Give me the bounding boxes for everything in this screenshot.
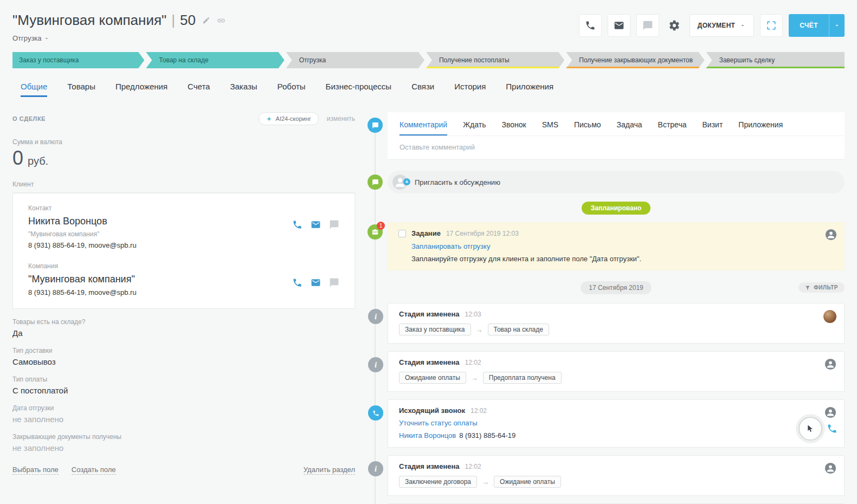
stage-to-chip: Товар на складе <box>488 324 549 335</box>
feed-tab-email[interactable]: Письмо <box>574 120 601 135</box>
amount-label: Сумма и валюта <box>12 138 355 146</box>
date-separator-row: 17 Сентября 2019 ФИЛЬТР <box>388 281 845 295</box>
tab-products[interactable]: Товары <box>67 82 95 97</box>
copy-link-icon[interactable] <box>217 16 225 25</box>
tab-business-processes[interactable]: Бизнес-процессы <box>326 82 392 97</box>
contact-company: "Мувинговая компания" <box>28 230 339 238</box>
feed-panel: Комментарий Ждать Звонок SMS Письмо Зада… <box>388 112 845 504</box>
field-value[interactable]: не заполнено <box>12 443 355 453</box>
feed-tab-visit[interactable]: Визит <box>703 120 723 135</box>
call-result-link[interactable]: Уточнить статус оплаты <box>399 419 833 427</box>
create-field-link[interactable]: Создать поле <box>72 466 116 475</box>
info-timeline-icon: i <box>368 461 383 476</box>
arrow-right-icon: → <box>471 374 478 382</box>
tab-offers[interactable]: Предложения <box>115 82 167 97</box>
company-chat-icon[interactable] <box>329 277 339 288</box>
pipeline-stage-closing-documents[interactable]: Получение закрывающих документов <box>566 52 704 68</box>
task-text: Запланируйте отгрузку для клиента и запо… <box>411 255 834 263</box>
select-field-link[interactable]: Выбрать поле <box>12 466 59 475</box>
tab-robots[interactable]: Роботы <box>278 82 306 97</box>
deal-title: "Мувинговая компания" <box>12 12 166 29</box>
pipeline-stage-goods-in-stock[interactable]: Товар на складе <box>146 52 284 68</box>
company-label: Компания <box>28 262 339 270</box>
settings-gear-button[interactable] <box>665 14 684 37</box>
funnel-icon <box>805 285 810 290</box>
document-button[interactable]: ДОКУМЕНТ <box>690 14 754 37</box>
chevron-down-icon <box>739 22 746 29</box>
filter-button[interactable]: ФИЛЬТР <box>798 282 845 293</box>
stage-label: Отгрузка <box>299 56 326 64</box>
phone-icon <box>372 410 379 417</box>
tab-general[interactable]: Общие <box>21 82 47 97</box>
comment-input[interactable]: Оставьте комментарий <box>399 136 845 159</box>
callback-phone-icon[interactable] <box>827 423 837 434</box>
pipeline-stage-finish-deal[interactable]: Завершить сделку <box>706 52 845 68</box>
contact-block: Контакт Никита Воронцов "Мувинговая комп… <box>28 204 339 249</box>
call-contact-link[interactable]: Никита Воронцов <box>399 431 456 440</box>
title-block: "Мувинговая компания" | 50 Отгрузка <box>12 12 225 42</box>
company-mail-icon[interactable] <box>311 277 321 288</box>
envelope-icon <box>614 20 624 31</box>
delete-section-link[interactable]: Удалить раздел <box>304 466 355 475</box>
call-phone-number: 8 (931) 885-64-19 <box>459 431 516 440</box>
pipeline-stage-postpayment[interactable]: Получение постоплаты <box>426 52 564 68</box>
task-count-badge: 1 <box>377 222 385 230</box>
company-call-icon[interactable] <box>292 277 302 288</box>
edit-section-link[interactable]: изменить <box>327 115 355 122</box>
stage-from-chip: Заказ у поставщика <box>399 324 471 335</box>
ai-scoring-badge[interactable]: AI24-скоринг <box>259 112 319 125</box>
briefcase-icon <box>371 228 379 236</box>
invite-to-discussion[interactable]: + Пригласить к обсуждению <box>388 171 845 193</box>
field-value[interactable]: Да <box>12 328 355 338</box>
edit-title-pencil-icon[interactable] <box>202 16 210 24</box>
feed-tab-meeting[interactable]: Встреча <box>658 120 687 135</box>
feed-tab-comment[interactable]: Комментарий <box>399 120 447 135</box>
field-value[interactable]: С постоплатой <box>12 386 355 395</box>
document-button-label: ДОКУМЕНТ <box>698 22 735 29</box>
user-avatar-icon <box>824 462 836 474</box>
client-section-label: Клиент <box>12 180 355 193</box>
mail-button[interactable] <box>608 14 630 37</box>
header-actions: ДОКУМЕНТ СЧЁТ <box>579 14 845 37</box>
filter-label: ФИЛЬТР <box>814 285 838 290</box>
field-value[interactable]: не заполнено <box>12 415 355 424</box>
task-link[interactable]: Запланировать отгрузку <box>411 242 490 250</box>
stage-label: Завершить сделку <box>719 56 775 64</box>
tab-history[interactable]: История <box>454 82 486 97</box>
chat-bubble-icon <box>642 20 653 31</box>
feed-item-time: 12:02 <box>465 463 481 470</box>
date-separator: 17 Сентября 2019 <box>581 281 652 294</box>
tab-relations[interactable]: Связи <box>411 82 434 97</box>
amount-value[interactable]: 0 <box>12 147 23 170</box>
feed-tab-sms[interactable]: SMS <box>542 120 558 135</box>
info-icon: i <box>375 312 377 321</box>
tab-apps[interactable]: Приложения <box>506 82 553 97</box>
feed-tab-apps[interactable]: Приложения <box>738 120 783 135</box>
chat-button[interactable] <box>636 14 659 37</box>
contact-chat-icon[interactable] <box>329 219 339 230</box>
feed-tab-wait[interactable]: Ждать <box>463 120 486 135</box>
tab-orders[interactable]: Заказы <box>230 82 257 97</box>
invoice-dropdown-caret[interactable] <box>829 14 845 37</box>
contact-call-icon[interactable] <box>292 219 302 230</box>
tab-invoices[interactable]: Счета <box>188 82 210 97</box>
pipeline-stage-order-supplier[interactable]: Заказ у поставщика <box>12 52 144 68</box>
contact-mail-icon[interactable] <box>311 219 321 230</box>
pipeline-stages: Заказ у поставщика Товар на складе Отгру… <box>12 52 845 68</box>
field-value[interactable]: Самовывоз <box>12 357 355 366</box>
stage-dropdown[interactable]: Отгрузка <box>12 34 50 42</box>
call-button[interactable] <box>579 14 602 37</box>
contact-label: Контакт <box>28 204 339 212</box>
feed-item-stage-change: i Стадия изменена 12:02 Ожидание оплаты … <box>388 351 845 392</box>
stage-to-chip: Ожидание оплаты <box>494 476 561 488</box>
invoice-button[interactable]: СЧЁТ <box>789 14 845 37</box>
gear-icon <box>668 20 680 31</box>
expand-button[interactable] <box>760 14 783 37</box>
task-checkbox[interactable] <box>398 230 406 237</box>
pipeline-stage-shipment[interactable]: Отгрузка <box>286 52 424 68</box>
play-recording-button[interactable] <box>798 417 822 441</box>
cursor-icon <box>806 424 815 433</box>
feed-tab-call[interactable]: Звонок <box>501 120 526 135</box>
feed-tabs: Комментарий Ждать Звонок SMS Письмо Зада… <box>399 112 845 136</box>
feed-tab-task[interactable]: Задача <box>617 120 642 135</box>
